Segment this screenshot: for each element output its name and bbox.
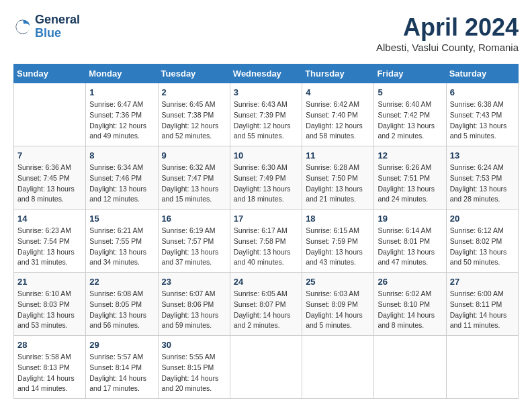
column-header-wednesday: Wednesday <box>230 64 302 83</box>
day-info: Sunrise: 6:42 AM Sunset: 7:40 PM Dayligh… <box>306 99 370 142</box>
calendar-cell: 12Sunrise: 6:26 AM Sunset: 7:51 PM Dayli… <box>374 146 446 210</box>
day-info: Sunrise: 6:17 AM Sunset: 7:58 PM Dayligh… <box>234 226 298 268</box>
calendar-cell: 3Sunrise: 6:43 AM Sunset: 7:39 PM Daylig… <box>230 83 302 146</box>
calendar-cell <box>14 83 86 146</box>
day-number: 12 <box>378 150 442 161</box>
day-number: 27 <box>450 277 515 287</box>
location-subtitle: Albesti, Vaslui County, Romania <box>376 42 519 53</box>
calendar-cell: 9Sunrise: 6:32 AM Sunset: 7:47 PM Daylig… <box>158 146 230 210</box>
logo-text: General Blue <box>35 13 80 40</box>
day-info: Sunrise: 5:55 AM Sunset: 8:15 PM Dayligh… <box>162 352 226 394</box>
title-block: April 2024 Albesti, Vaslui County, Roman… <box>376 13 519 53</box>
calendar-cell: 24Sunrise: 6:05 AM Sunset: 8:07 PM Dayli… <box>230 273 302 336</box>
day-number: 30 <box>162 340 226 350</box>
day-info: Sunrise: 6:08 AM Sunset: 8:05 PM Dayligh… <box>89 289 154 331</box>
day-number: 10 <box>234 150 298 161</box>
calendar-week-1: 1Sunrise: 6:47 AM Sunset: 7:36 PM Daylig… <box>14 83 519 146</box>
calendar-header: SundayMondayTuesdayWednesdayThursdayFrid… <box>14 64 519 83</box>
day-info: Sunrise: 6:47 AM Sunset: 7:36 PM Dayligh… <box>89 99 154 142</box>
day-number: 28 <box>17 340 82 350</box>
calendar-cell: 15Sunrise: 6:21 AM Sunset: 7:55 PM Dayli… <box>86 210 158 273</box>
day-number: 1 <box>89 87 154 97</box>
calendar-cell <box>302 336 374 399</box>
day-info: Sunrise: 6:28 AM Sunset: 7:50 PM Dayligh… <box>306 163 370 205</box>
day-info: Sunrise: 6:10 AM Sunset: 8:03 PM Dayligh… <box>17 289 82 331</box>
day-info: Sunrise: 6:30 AM Sunset: 7:49 PM Dayligh… <box>234 163 298 205</box>
day-info: Sunrise: 6:07 AM Sunset: 8:06 PM Dayligh… <box>162 289 226 331</box>
day-info: Sunrise: 6:15 AM Sunset: 7:59 PM Dayligh… <box>306 226 370 268</box>
column-header-thursday: Thursday <box>302 64 374 83</box>
calendar-cell: 28Sunrise: 5:58 AM Sunset: 8:13 PM Dayli… <box>14 336 86 399</box>
day-info: Sunrise: 6:34 AM Sunset: 7:46 PM Dayligh… <box>89 163 154 205</box>
calendar-cell: 11Sunrise: 6:28 AM Sunset: 7:50 PM Dayli… <box>302 146 374 210</box>
day-info: Sunrise: 6:12 AM Sunset: 8:02 PM Dayligh… <box>450 226 515 268</box>
day-info: Sunrise: 6:03 AM Sunset: 8:09 PM Dayligh… <box>306 289 370 331</box>
calendar-body: 1Sunrise: 6:47 AM Sunset: 7:36 PM Daylig… <box>14 83 519 399</box>
calendar-cell <box>230 336 302 399</box>
calendar-cell <box>446 336 518 399</box>
day-number: 23 <box>162 277 226 287</box>
day-number: 13 <box>450 150 515 161</box>
calendar-cell: 25Sunrise: 6:03 AM Sunset: 8:09 PM Dayli… <box>302 273 374 336</box>
day-info: Sunrise: 6:26 AM Sunset: 7:51 PM Dayligh… <box>378 163 442 205</box>
column-header-tuesday: Tuesday <box>158 64 230 83</box>
calendar-cell: 5Sunrise: 6:40 AM Sunset: 7:42 PM Daylig… <box>374 83 446 146</box>
day-number: 19 <box>378 214 442 224</box>
month-title: April 2024 <box>376 13 519 42</box>
day-number: 7 <box>17 150 82 161</box>
day-info: Sunrise: 6:21 AM Sunset: 7:55 PM Dayligh… <box>89 226 154 268</box>
day-number: 11 <box>306 150 370 161</box>
calendar-cell: 21Sunrise: 6:10 AM Sunset: 8:03 PM Dayli… <box>14 273 86 336</box>
calendar-week-4: 21Sunrise: 6:10 AM Sunset: 8:03 PM Dayli… <box>14 273 519 336</box>
day-info: Sunrise: 6:14 AM Sunset: 8:01 PM Dayligh… <box>378 226 442 268</box>
logo-icon <box>13 17 32 36</box>
day-info: Sunrise: 6:43 AM Sunset: 7:39 PM Dayligh… <box>234 99 298 142</box>
calendar-table: SundayMondayTuesdayWednesdayThursdayFrid… <box>13 64 519 399</box>
day-info: Sunrise: 6:38 AM Sunset: 7:43 PM Dayligh… <box>450 99 515 142</box>
calendar-cell: 2Sunrise: 6:45 AM Sunset: 7:38 PM Daylig… <box>158 83 230 146</box>
calendar-cell: 22Sunrise: 6:08 AM Sunset: 8:05 PM Dayli… <box>86 273 158 336</box>
column-header-monday: Monday <box>86 64 158 83</box>
calendar-week-3: 14Sunrise: 6:23 AM Sunset: 7:54 PM Dayli… <box>14 210 519 273</box>
calendar-cell: 18Sunrise: 6:15 AM Sunset: 7:59 PM Dayli… <box>302 210 374 273</box>
header-row: SundayMondayTuesdayWednesdayThursdayFrid… <box>14 64 519 83</box>
day-number: 21 <box>17 277 82 287</box>
day-info: Sunrise: 5:57 AM Sunset: 8:14 PM Dayligh… <box>89 352 154 394</box>
day-number: 17 <box>234 214 298 224</box>
day-number: 9 <box>162 150 226 161</box>
day-number: 26 <box>378 277 442 287</box>
day-info: Sunrise: 6:32 AM Sunset: 7:47 PM Dayligh… <box>162 163 226 205</box>
day-number: 6 <box>450 87 515 97</box>
day-info: Sunrise: 6:24 AM Sunset: 7:53 PM Dayligh… <box>450 163 515 205</box>
calendar-cell: 7Sunrise: 6:36 AM Sunset: 7:45 PM Daylig… <box>14 146 86 210</box>
day-number: 2 <box>162 87 226 97</box>
calendar-cell: 26Sunrise: 6:02 AM Sunset: 8:10 PM Dayli… <box>374 273 446 336</box>
day-info: Sunrise: 6:02 AM Sunset: 8:10 PM Dayligh… <box>378 289 442 331</box>
calendar-cell: 8Sunrise: 6:34 AM Sunset: 7:46 PM Daylig… <box>86 146 158 210</box>
day-info: Sunrise: 6:00 AM Sunset: 8:11 PM Dayligh… <box>450 289 515 331</box>
logo-blue-text: Blue <box>35 27 80 40</box>
calendar-cell: 1Sunrise: 6:47 AM Sunset: 7:36 PM Daylig… <box>86 83 158 146</box>
day-number: 25 <box>306 277 370 287</box>
calendar-cell: 23Sunrise: 6:07 AM Sunset: 8:06 PM Dayli… <box>158 273 230 336</box>
calendar-cell: 19Sunrise: 6:14 AM Sunset: 8:01 PM Dayli… <box>374 210 446 273</box>
day-number: 4 <box>306 87 370 97</box>
day-info: Sunrise: 6:45 AM Sunset: 7:38 PM Dayligh… <box>162 99 226 142</box>
calendar-cell: 20Sunrise: 6:12 AM Sunset: 8:02 PM Dayli… <box>446 210 518 273</box>
day-number: 20 <box>450 214 515 224</box>
calendar-cell: 29Sunrise: 5:57 AM Sunset: 8:14 PM Dayli… <box>86 336 158 399</box>
day-info: Sunrise: 6:36 AM Sunset: 7:45 PM Dayligh… <box>17 163 82 205</box>
logo: General Blue <box>13 13 80 40</box>
calendar-cell: 6Sunrise: 6:38 AM Sunset: 7:43 PM Daylig… <box>446 83 518 146</box>
calendar-cell: 4Sunrise: 6:42 AM Sunset: 7:40 PM Daylig… <box>302 83 374 146</box>
logo-general-text: General <box>35 13 80 27</box>
day-info: Sunrise: 6:05 AM Sunset: 8:07 PM Dayligh… <box>234 289 298 331</box>
calendar-cell: 10Sunrise: 6:30 AM Sunset: 7:49 PM Dayli… <box>230 146 302 210</box>
day-info: Sunrise: 5:58 AM Sunset: 8:13 PM Dayligh… <box>17 352 82 394</box>
day-number: 24 <box>234 277 298 287</box>
day-info: Sunrise: 6:40 AM Sunset: 7:42 PM Dayligh… <box>378 99 442 142</box>
calendar-week-5: 28Sunrise: 5:58 AM Sunset: 8:13 PM Dayli… <box>14 336 519 399</box>
calendar-cell: 13Sunrise: 6:24 AM Sunset: 7:53 PM Dayli… <box>446 146 518 210</box>
day-number: 5 <box>378 87 442 97</box>
day-number: 8 <box>89 150 154 161</box>
